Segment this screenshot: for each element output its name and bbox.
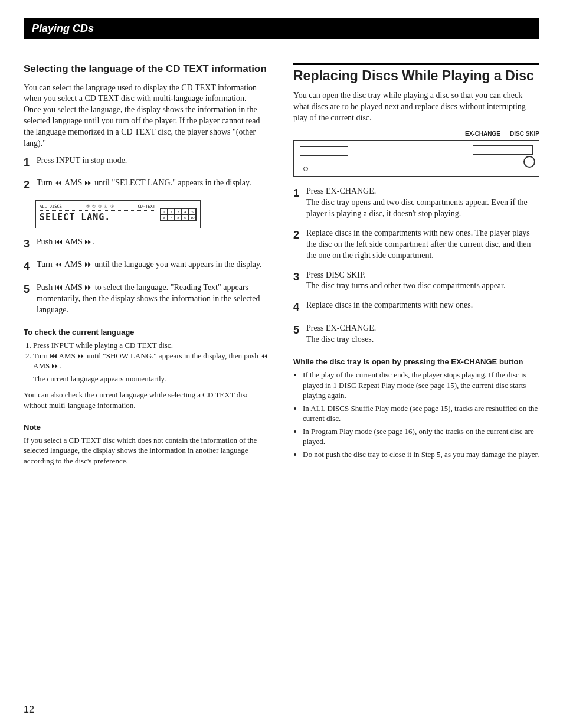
bullet-item: In Program Play mode (see page 16), only… <box>303 426 539 447</box>
right-intro: You can open the disc tray while playing… <box>293 90 539 124</box>
right-column: Replacing Discs While Playing a Disc You… <box>293 63 539 472</box>
step-text: Press EX-CHANGE. The disc tray opens and… <box>306 186 539 220</box>
check-tail-2: You can also check the current language … <box>24 390 270 410</box>
step-number: 5 <box>24 282 37 296</box>
grid-cell: 7 <box>168 214 175 220</box>
check-lang-heading: To check the current language <box>24 327 270 338</box>
grid-cell: 5 <box>189 208 196 214</box>
display-track-grid: 1 2 3 4 5 6 7 8 9 10 <box>160 208 197 221</box>
left-heading: Selecting the language of the CD TEXT in… <box>24 63 270 75</box>
check-step: Press INPUT while playing a CD TEXT disc… <box>33 340 270 351</box>
grid-cell: 8 <box>175 214 182 220</box>
left-column: Selecting the language of the CD TEXT in… <box>24 63 270 472</box>
step-text: Replace discs in the compartments with n… <box>306 300 539 311</box>
step-number: 3 <box>293 270 306 284</box>
device-dot-icon <box>303 167 308 171</box>
step-text: Press EX-CHANGE. The disc tray closes. <box>306 323 539 345</box>
device-figure: EX-CHANGE DISC SKIP <box>293 130 539 177</box>
step-number: 2 <box>24 178 37 192</box>
display-figure: ALL DISCS ① ② ③ ④ ⑤ CD-TEXT SELECT LANG.… <box>35 200 201 228</box>
label-disc-skip: DISC SKIP <box>510 130 539 138</box>
note-body: If you select a CD TEXT disc which does … <box>24 435 270 466</box>
check-step: Turn ⏮ AMS ⏭ until "SHOW LANG." appears … <box>33 351 270 371</box>
while-open-heading: While the disc tray is open by pressing … <box>293 357 539 367</box>
bullet-item: In ALL DISCS Shuffle Play mode (see page… <box>303 403 539 424</box>
bullet-item: Do not push the disc tray to close it in… <box>303 449 539 460</box>
section-header: Playing CDs <box>24 18 539 39</box>
step-text: Turn ⏮ AMS ⏭ until the language you want… <box>37 259 270 270</box>
display-disc-icons: ① ② ③ ④ ⑤ <box>86 204 114 210</box>
device-knob-icon <box>523 156 535 168</box>
grid-cell: 1 <box>161 208 168 214</box>
step-number: 1 <box>24 155 37 169</box>
right-heading: Replacing Discs While Playing a Disc <box>293 63 539 84</box>
step-number: 4 <box>24 259 37 273</box>
step-text: Push ⏮ AMS ⏭ to select the language. "Re… <box>37 282 270 316</box>
device-buttons-icon <box>473 145 533 155</box>
grid-cell: 6 <box>161 214 168 220</box>
display-cd-text: CD-TEXT <box>138 204 155 210</box>
grid-cell: 10 <box>189 214 196 220</box>
grid-cell: 3 <box>175 208 182 214</box>
note-heading: Note <box>24 422 270 433</box>
step-number: 2 <box>293 228 306 242</box>
step-text: Press INPUT in stop mode. <box>37 155 270 167</box>
step-text: Push ⏮ AMS ⏭. <box>37 237 270 248</box>
label-exchange: EX-CHANGE <box>465 130 500 138</box>
step-number: 5 <box>293 323 306 337</box>
display-main-text: SELECT LANG. <box>40 210 155 224</box>
step-number: 1 <box>293 186 306 200</box>
bullet-item: If the play of the current disc ends, th… <box>303 370 539 401</box>
grid-cell: 9 <box>182 214 189 220</box>
check-tail-1: The current language appears momentarily… <box>33 374 270 384</box>
step-number: 4 <box>293 300 306 314</box>
step-number: 3 <box>24 237 37 251</box>
step-text: Replace discs in the compartments with n… <box>306 228 539 262</box>
check-lang-steps: Press INPUT while playing a CD TEXT disc… <box>24 340 270 371</box>
grid-cell: 2 <box>168 208 175 214</box>
grid-cell: 4 <box>182 208 189 214</box>
display-all-discs: ALL DISCS <box>40 204 62 210</box>
while-open-bullets: If the play of the current disc ends, th… <box>293 370 539 459</box>
step-text: Press DISC SKIP. The disc tray turns and… <box>306 270 539 292</box>
step-text: Turn ⏮ AMS ⏭ until "SELECT LANG." appear… <box>37 178 270 189</box>
left-intro: You can select the language used to disp… <box>24 83 270 149</box>
device-tray-icon <box>300 146 348 156</box>
